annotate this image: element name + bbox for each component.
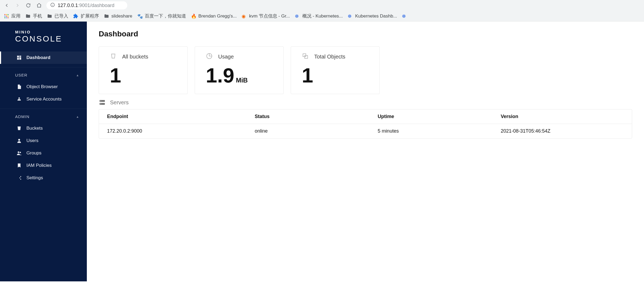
sidebar-item-buckets[interactable]: Buckets — [0, 122, 87, 134]
col-version: Version — [501, 114, 624, 119]
card-label: Usage — [218, 54, 234, 60]
sidebar-item-settings[interactable]: Settings — [0, 172, 87, 184]
svg-rect-9 — [8, 17, 8, 18]
servers-table: Endpoint Status Uptime Version 172.20.0.… — [99, 109, 632, 139]
app-logo: MINIO CONSOLE — [0, 27, 87, 51]
summary-cards: All buckets 1 Usage 1.9 MiB Total Object… — [99, 46, 632, 94]
bookmark-label: 应用 — [11, 13, 20, 19]
bookmark-folder[interactable]: 手机 — [25, 13, 42, 19]
svg-point-22 — [101, 103, 101, 104]
bookmark-k8s[interactable]: ☸ 概况 - Kubernetes... — [295, 13, 343, 19]
caret-up-icon: ▲ — [76, 115, 79, 118]
card-label: All buckets — [122, 54, 148, 60]
url-host: 127.0.0.1:9001/dashboard — [58, 3, 114, 8]
address-bar[interactable]: 127.0.0.1:9001/dashboard — [46, 1, 127, 9]
table-header: Endpoint Status Uptime Version — [99, 109, 632, 124]
sidebar-item-label: Settings — [26, 175, 43, 181]
card-value: 1.9 MiB — [206, 65, 273, 86]
svg-point-13 — [20, 176, 21, 177]
col-uptime: Uptime — [378, 114, 501, 119]
bookmarks-bar: 应用 手机 已导入 扩展程序 slideshare 🐾 百度一下，你就知道 🔥 … — [0, 11, 644, 21]
info-icon — [50, 2, 55, 9]
table-row[interactable]: 172.20.0.2:9000 online 5 minutes 2021-08… — [99, 124, 632, 138]
bookmark-apps[interactable]: 应用 — [4, 13, 20, 19]
sidebar-section-admin[interactable]: ADMIN ▲ — [0, 109, 87, 122]
svg-rect-6 — [8, 16, 8, 16]
bookmark-label: 手机 — [33, 13, 42, 19]
bucket-icon — [110, 53, 117, 61]
svg-point-15 — [20, 179, 21, 180]
sidebar-section-user[interactable]: USER ▲ — [0, 67, 87, 81]
cell-version: 2021-08-31T05:46:54Z — [501, 128, 624, 134]
card-unit: MiB — [236, 77, 248, 84]
bookmark-gregg[interactable]: 🔥 Brendan Gregg's... — [191, 13, 237, 19]
sidebar-item-object-browser[interactable]: Object Browser — [0, 81, 87, 93]
bucket-icon — [16, 125, 22, 131]
dashboard-icon — [16, 55, 22, 61]
bookmark-extensions[interactable]: 扩展程序 — [73, 13, 99, 19]
svg-rect-7 — [5, 17, 5, 18]
card-total-objects: Total Objects 1 — [291, 46, 380, 94]
bookmark-folder[interactable]: slideshare — [104, 13, 132, 19]
svg-rect-1 — [5, 14, 5, 15]
sidebar-item-label: Groups — [26, 150, 42, 156]
svg-rect-20 — [100, 103, 105, 105]
sidebar-item-groups[interactable]: Groups — [0, 147, 87, 159]
bookmark-k8s-dash[interactable]: ☸ Kubernetes Dashb... — [348, 13, 397, 19]
reload-icon[interactable] — [25, 2, 32, 9]
back-icon[interactable] — [3, 2, 10, 9]
page-title: Dashboard — [99, 30, 632, 38]
svg-rect-18 — [305, 56, 308, 58]
sidebar-item-label: Object Browser — [26, 84, 58, 89]
main-content: Dashboard All buckets 1 Usage 1.9 MiB — [87, 22, 644, 281]
sidebar-item-dashboard[interactable]: Dashboard — [0, 51, 87, 64]
browser-chrome: 127.0.0.1:9001/dashboard 应用 手机 已导入 扩展程序 … — [0, 0, 644, 22]
bookmark-label: 扩展程序 — [81, 13, 99, 19]
bookmark-label: 已导入 — [54, 13, 68, 19]
card-value: 1 — [302, 65, 369, 86]
bookmark-label: slideshare — [111, 13, 132, 19]
service-icon — [16, 96, 22, 102]
bookmark-label: kvm 节点信息 - Gr... — [249, 13, 290, 19]
settings-icon — [16, 175, 22, 181]
bookmark-grafana[interactable]: ◉ kvm 节点信息 - Gr... — [242, 13, 290, 19]
bookmark-icon — [16, 163, 22, 168]
svg-point-12 — [20, 152, 21, 153]
card-value: 1 — [110, 65, 177, 86]
servers-heading: Servers — [99, 99, 632, 106]
sidebar-item-users[interactable]: Users — [0, 134, 87, 147]
sidebar-item-iam-policies[interactable]: IAM Policies — [0, 159, 87, 172]
home-icon[interactable] — [36, 2, 43, 9]
sidebar-item-label: Users — [26, 138, 38, 143]
forward-icon[interactable] — [14, 2, 21, 9]
sidebar-item-label: Buckets — [26, 126, 43, 131]
sidebar-item-service-accounts[interactable]: Service Accounts — [0, 93, 87, 105]
caret-up-icon: ▲ — [76, 74, 79, 77]
bookmark-label: 概况 - Kubernetes... — [302, 13, 343, 19]
svg-rect-4 — [5, 16, 5, 16]
logo-big: CONSOLE — [15, 34, 77, 43]
sidebar-item-label: Dashboard — [26, 55, 50, 60]
bookmark-baidu[interactable]: 🐾 百度一下，你就知道 — [137, 13, 186, 19]
file-icon — [16, 84, 22, 90]
svg-rect-19 — [100, 100, 105, 102]
bookmark-more[interactable]: ☸ — [402, 13, 407, 19]
svg-point-21 — [101, 101, 101, 101]
servers-label: Servers — [110, 99, 129, 106]
bookmark-folder[interactable]: 已导入 — [47, 13, 68, 19]
col-endpoint: Endpoint — [107, 114, 255, 119]
objects-icon — [302, 53, 309, 61]
svg-rect-3 — [8, 14, 8, 15]
svg-rect-17 — [303, 54, 306, 57]
sidebar: MINIO CONSOLE Dashboard USER ▲ Object Br… — [0, 22, 87, 281]
card-usage: Usage 1.9 MiB — [195, 46, 284, 94]
logo-small: MINIO — [15, 30, 77, 34]
cell-uptime: 5 minutes — [378, 128, 501, 134]
svg-rect-5 — [6, 16, 7, 16]
user-icon — [16, 138, 22, 144]
groups-icon — [16, 150, 22, 156]
col-status: Status — [255, 114, 378, 119]
cell-status: online — [255, 128, 378, 134]
sidebar-item-label: Service Accounts — [26, 96, 61, 102]
cell-endpoint: 172.20.0.2:9000 — [107, 128, 255, 134]
